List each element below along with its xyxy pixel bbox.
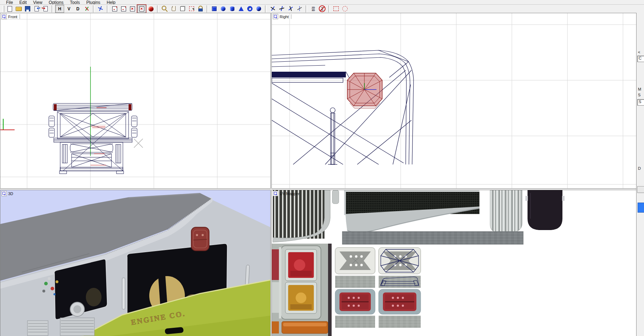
- panel-highlight[interactable]: [638, 203, 644, 213]
- textured-mode-button[interactable]: [137, 5, 146, 13]
- rotate-view-tool-button[interactable]: [178, 5, 187, 12]
- right-wireframe-cab[interactable]: [272, 50, 414, 164]
- geosphere-primitive-button[interactable]: [255, 5, 263, 12]
- vertex-scale-button[interactable]: [269, 5, 277, 12]
- export-file-button[interactable]: [41, 5, 50, 12]
- toolbar-separator: [207, 5, 208, 12]
- right-wireframe-roofbar: [272, 72, 346, 77]
- menu-tools[interactable]: Tools: [67, 0, 83, 5]
- menu-plugins[interactable]: Plugins: [83, 0, 103, 5]
- uv-strip-texture[interactable]: [335, 276, 375, 288]
- uv-canvas[interactable]: [272, 190, 637, 336]
- panel-fragment[interactable]: S: [637, 99, 644, 106]
- front-wireframe-truck[interactable]: [49, 103, 137, 174]
- save-file-button[interactable]: [24, 5, 32, 12]
- toolbar-grip: [2, 6, 4, 12]
- right-selected-beacon[interactable]: [347, 73, 382, 108]
- front-canvas[interactable]: [0, 13, 270, 188]
- detached-view-button[interactable]: D: [74, 5, 82, 12]
- toolbar-separator: [265, 5, 266, 12]
- uv-beacon-texture-left[interactable]: [335, 289, 375, 314]
- panel-fragment: S: [638, 93, 640, 97]
- panel-fragment: <: [638, 50, 640, 54]
- cone-primitive-button[interactable]: [237, 5, 245, 12]
- vertical-view-button[interactable]: V: [65, 5, 73, 12]
- front-grid: [0, 13, 270, 188]
- pan-tool-button[interactable]: [170, 5, 178, 12]
- menu-bar: FileEditViewOptionsToolsPluginsHelp: [0, 0, 644, 5]
- viewport-uv-mapper[interactable]: UV Mapper: [271, 190, 637, 336]
- panel-fragment[interactable]: C: [637, 56, 644, 62]
- uv-strip-texture[interactable]: [379, 316, 421, 328]
- zoom-region-tool-button[interactable]: [187, 5, 196, 12]
- toolbar-separator: [52, 5, 53, 12]
- menu-help[interactable]: Help: [104, 0, 119, 5]
- toolbar: HVD2D 3DZ: [0, 5, 644, 13]
- toolbar-separator: [328, 5, 330, 12]
- vertices-mode-button[interactable]: [119, 5, 128, 12]
- toolbar-separator: [306, 5, 307, 12]
- vertex-move-button[interactable]: [277, 5, 286, 12]
- zoom-tool-button[interactable]: [161, 5, 169, 12]
- pivot-marker: [134, 139, 143, 148]
- open-file-button[interactable]: [15, 5, 23, 12]
- viewport-3d[interactable]: ENGINE CO.: [0, 190, 271, 336]
- right-panel: <CMSSD: [636, 13, 644, 336]
- box-primitive-button[interactable]: [210, 5, 218, 12]
- select-circle-button[interactable]: [341, 5, 349, 12]
- zoom-extents-tool-button[interactable]: [196, 5, 204, 12]
- torus-primitive-button[interactable]: [246, 5, 254, 12]
- right-grid: [272, 13, 637, 188]
- panel-fragment: D: [638, 166, 641, 170]
- menu-file[interactable]: File: [3, 0, 16, 5]
- uv-strip-texture-wireframe[interactable]: [379, 276, 421, 288]
- render-sphere-button[interactable]: [147, 5, 155, 12]
- uv-beacon-texture-right[interactable]: [379, 289, 421, 314]
- panel-button[interactable]: [637, 186, 644, 193]
- viewport-right[interactable]: Right: [271, 13, 637, 189]
- flat-mode-button[interactable]: [128, 5, 136, 12]
- uv-gray-band-texture[interactable]: [342, 231, 523, 244]
- cylinder-primitive-button[interactable]: [228, 5, 236, 12]
- sphere-primitive-button[interactable]: [219, 5, 227, 12]
- truck-grab-handle: [122, 278, 125, 309]
- zmodeler-window: FileEditViewOptionsToolsPluginsHelp HVD2…: [0, 0, 644, 336]
- toolbar-separator: [107, 5, 108, 12]
- axis-triad-button[interactable]: [83, 5, 91, 12]
- disable-zbuffer-button[interactable]: Z: [318, 5, 326, 12]
- right-canvas[interactable]: [272, 13, 637, 188]
- toolbar-separator: [93, 5, 94, 12]
- horizontal-view-button[interactable]: H: [55, 5, 64, 13]
- uv-marker-light-right-selected[interactable]: [379, 248, 421, 274]
- uv-marker-light-left[interactable]: [335, 248, 375, 274]
- 3d-canvas[interactable]: ENGINE CO.: [0, 190, 270, 336]
- menu-options[interactable]: Options: [46, 0, 67, 5]
- import-file-button[interactable]: [32, 5, 41, 12]
- select-rectangle-button[interactable]: [332, 5, 340, 12]
- menu-view[interactable]: View: [30, 0, 46, 5]
- toggle-2d-3d-button[interactable]: 2D 3D: [309, 5, 317, 12]
- vertex-snap-button[interactable]: [295, 5, 303, 12]
- new-file-button[interactable]: [6, 5, 14, 12]
- front-selected-edges: [90, 108, 107, 165]
- uv-taillight-texture[interactable]: [272, 244, 332, 336]
- toolbar-separator: [157, 5, 159, 12]
- uv-pillar-texture[interactable]: [490, 190, 522, 233]
- panel-fragment: M: [638, 87, 641, 91]
- vertex-weld-button[interactable]: [286, 5, 295, 12]
- wireframe-mode-button[interactable]: [110, 5, 119, 12]
- edit-gizmo-button[interactable]: [97, 5, 105, 12]
- viewport-front[interactable]: Front: [0, 13, 271, 189]
- truck-beacon-light: [191, 227, 209, 251]
- uv-strip-texture[interactable]: [335, 316, 375, 328]
- uv-black-shape-texture[interactable]: [525, 190, 565, 230]
- menu-edit[interactable]: Edit: [16, 0, 30, 5]
